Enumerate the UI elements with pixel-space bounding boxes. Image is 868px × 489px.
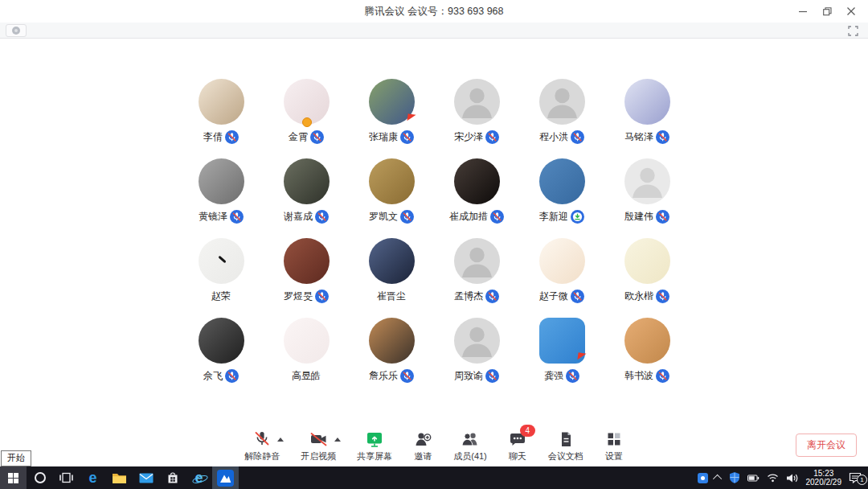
share-screen-button[interactable]: 共享屏幕 <box>357 430 392 462</box>
participant-name-row: 罗煜旻 <box>284 290 329 303</box>
flag-badge-icon <box>406 114 416 122</box>
task-view-button[interactable] <box>53 466 80 489</box>
participant-tile-周致谕[interactable]: 周致谕 <box>442 318 511 387</box>
tray-meeting-app-icon[interactable] <box>698 473 708 483</box>
store-button[interactable] <box>159 466 186 489</box>
minimize-button[interactable] <box>791 0 815 23</box>
participant-tile-崔晋尘[interactable]: 崔晋尘 <box>357 238 426 307</box>
participant-name: 张瑞康 <box>369 130 398 144</box>
task-view-icon <box>59 472 73 483</box>
volume-icon[interactable] <box>786 473 799 483</box>
close-button[interactable] <box>839 0 863 23</box>
mic-muted-icon <box>315 290 329 303</box>
mic-muted-icon <box>656 369 669 383</box>
participant-tile-欧永楷[interactable]: 欧永楷 <box>612 238 682 307</box>
participant-tile-罗煜旻[interactable]: 罗煜旻 <box>272 238 341 307</box>
participant-name-row: 龚强 <box>544 369 579 383</box>
person-placeholder-icon <box>454 238 500 284</box>
meeting-info-icon <box>12 27 20 35</box>
share-screen-label: 共享屏幕 <box>357 450 392 462</box>
title-bar: 腾讯会议 会议号：933 693 968 <box>0 0 868 23</box>
participant-name: 马铭泽 <box>624 130 653 144</box>
tencent-meeting-taskbar-button[interactable] <box>212 466 239 489</box>
file-explorer-icon <box>112 472 127 484</box>
edge-button[interactable]: e <box>80 466 106 489</box>
invite-button[interactable]: 邀请 <box>413 430 432 462</box>
participant-name: 赵子微 <box>539 290 568 303</box>
leave-meeting-button[interactable]: 离开会议 <box>796 434 857 457</box>
participant-tile-詹乐乐[interactable]: 詹乐乐 <box>357 318 426 387</box>
tencent-meeting-icon <box>217 470 234 487</box>
participant-tile-赵荣[interactable]: 赵荣 <box>186 238 256 307</box>
participant-name: 崔成加措 <box>449 210 488 224</box>
participant-avatar <box>284 158 330 204</box>
participant-tile-金霄[interactable]: 金霄 <box>272 79 341 148</box>
settings-grid-icon <box>604 430 624 449</box>
participant-tile-程小洪[interactable]: 程小洪 <box>527 79 596 148</box>
participant-name: 谢嘉成 <box>284 210 313 224</box>
participant-name: 程小洪 <box>539 130 568 144</box>
tray-expand-icon[interactable] <box>712 475 721 483</box>
maximize-button[interactable] <box>815 0 839 23</box>
participant-avatar <box>539 318 585 364</box>
coin-badge-icon <box>302 117 312 127</box>
battery-icon[interactable] <box>747 475 760 482</box>
members-icon <box>460 430 481 449</box>
window-controls <box>791 0 863 23</box>
participant-tile-高昱皓[interactable]: 高昱皓 <box>272 318 341 387</box>
participant-tile-佘飞[interactable]: 佘飞 <box>186 318 256 387</box>
participant-name-row: 罗凯文 <box>369 210 414 224</box>
participant-tile-韩书波[interactable]: 韩书波 <box>612 318 682 387</box>
participant-tile-宋少泽[interactable]: 宋少泽 <box>442 79 511 148</box>
invite-person-icon <box>413 430 432 449</box>
chevron-up-icon[interactable] <box>277 438 284 442</box>
members-button[interactable]: 成员(41) <box>453 430 487 462</box>
chat-button[interactable]: 4 聊天 <box>508 430 527 462</box>
participant-tile-黄镜泽[interactable]: 黄镜泽 <box>186 158 256 228</box>
security-shield-icon[interactable] <box>729 471 740 484</box>
search-button[interactable] <box>27 466 53 489</box>
participant-avatar <box>369 79 415 125</box>
action-center-button[interactable]: 1 <box>849 472 862 483</box>
close-icon <box>847 7 855 15</box>
avatar-mark <box>218 256 226 264</box>
participant-tile-崔成加措[interactable]: 崔成加措 <box>442 158 511 228</box>
internet-explorer-button[interactable]: e <box>186 466 212 489</box>
meeting-docs-button[interactable]: 会议文档 <box>548 430 583 462</box>
participant-tile-李新迎[interactable]: 李新迎 <box>527 158 596 228</box>
participant-name-row: 金霄 <box>289 130 324 144</box>
unmute-button[interactable]: 解除静音 <box>244 430 280 462</box>
settings-button[interactable]: 设置 <box>604 430 624 462</box>
participant-tile-龚强[interactable]: 龚强 <box>527 318 596 387</box>
participant-tile-张瑞康[interactable]: 张瑞康 <box>357 79 426 148</box>
start-tooltip: 开始 <box>1 450 31 466</box>
meeting-info-button[interactable] <box>6 24 27 37</box>
participant-tile-赵子微[interactable]: 赵子微 <box>527 238 596 307</box>
mail-button[interactable] <box>133 466 159 489</box>
participant-tile-殷建伟[interactable]: 殷建伟 <box>612 158 682 228</box>
start-video-button[interactable]: 开启视频 <box>301 430 336 462</box>
participant-tile-孟博杰[interactable]: 孟博杰 <box>442 238 511 307</box>
network-wifi-icon[interactable] <box>767 473 779 483</box>
participant-tile-谢嘉成[interactable]: 谢嘉成 <box>272 158 341 228</box>
fullscreen-button[interactable] <box>848 25 858 35</box>
mic-muted-icon <box>571 290 584 303</box>
file-explorer-button[interactable] <box>106 466 133 489</box>
chevron-up-icon[interactable] <box>334 438 341 442</box>
participant-name-row: 崔晋尘 <box>377 290 406 303</box>
participant-name: 詹乐乐 <box>369 369 398 383</box>
mic-muted-icon <box>400 130 414 144</box>
store-icon <box>166 471 179 484</box>
participant-tile-马铭泽[interactable]: 马铭泽 <box>612 79 682 148</box>
participant-tile-罗凯文[interactable]: 罗凯文 <box>357 158 426 228</box>
taskbar-clock[interactable]: 15:23 2020/2/29 <box>806 469 842 487</box>
participant-name-row: 詹乐乐 <box>369 369 414 383</box>
start-button[interactable] <box>0 466 27 489</box>
participant-name-row: 宋少泽 <box>454 130 499 144</box>
search-icon <box>35 472 46 483</box>
person-placeholder-icon <box>454 318 500 364</box>
participant-tile-李倩[interactable]: 李倩 <box>186 79 256 148</box>
mic-muted-icon <box>485 130 499 144</box>
mail-icon <box>139 473 154 483</box>
restore-icon <box>823 7 832 16</box>
